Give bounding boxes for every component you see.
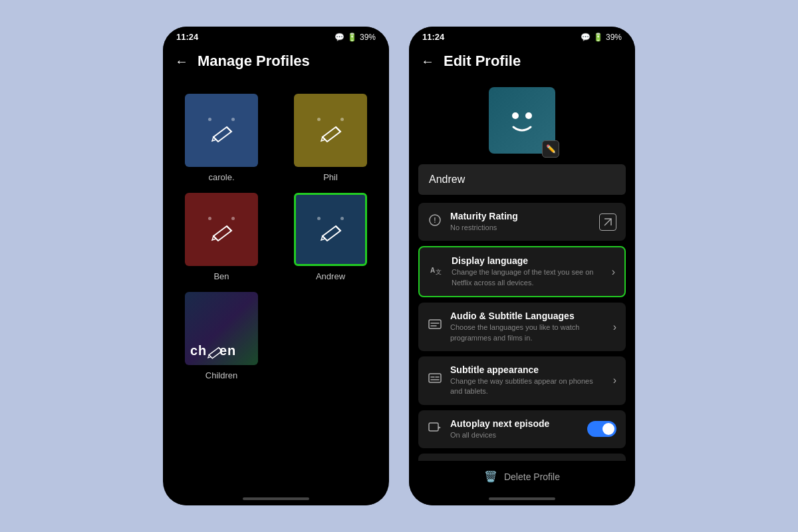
profile-name-phil: Phil [323, 172, 338, 182]
home-indicator-2 [489, 497, 555, 500]
delete-profile-bar[interactable]: 🗑️ Delete Profile [409, 461, 635, 492]
autoplay-next-title: Autoplay next episode [450, 418, 579, 429]
subtitle-appearance-icon [428, 373, 442, 388]
profile-name-andrew: Andrew [316, 271, 345, 281]
bottom-bar-2 [409, 492, 635, 505]
settings-item-subtitle-appearance[interactable]: Subtitle appearance Change the way subti… [418, 356, 626, 405]
maturity-subtitle: No restrictions [450, 223, 591, 233]
pencil-badge-icon: ✏️ [546, 144, 556, 154]
edit-avatar[interactable]: ✏️ [489, 87, 555, 154]
svg-point-0 [512, 112, 519, 119]
audio-subtitle-icon [428, 319, 442, 334]
whatsapp-icon-2: 💬 [581, 33, 591, 42]
phone-edit-profile: 11:24 💬 🔋 39% ← Edit Profile ✏️ [409, 27, 635, 505]
settings-item-display-language[interactable]: A 文 Display language Change the language… [418, 246, 626, 297]
autoplay-next-subtitle: On all devices [450, 430, 579, 440]
audio-subtitle-title: Audio & Subtitle Languages [450, 311, 605, 321]
edit-profile-title: Edit Profile [444, 53, 521, 70]
profile-avatar-andrew [294, 193, 367, 266]
bottom-bar-1 [163, 492, 389, 505]
manage-profiles-title: Manage Profiles [198, 53, 310, 70]
profile-item-ben[interactable]: Ben [185, 193, 258, 281]
svg-text:文: 文 [436, 269, 442, 275]
settings-item-maturity[interactable]: ! Maturity Rating No restrictions [418, 203, 626, 241]
display-language-icon: A 文 [429, 263, 444, 280]
battery-icon: 🔋 [347, 33, 357, 42]
edit-profile-content: ✏️ ! Maturity Rating No restrictions [409, 80, 635, 461]
pencil-svg-phil [317, 124, 344, 144]
settings-item-autoplay-previews[interactable]: Autoplay previews [418, 454, 626, 461]
profiles-content: carole. [163, 80, 389, 492]
status-time-2: 11:24 [422, 32, 444, 42]
pencil-svg-carole [208, 124, 235, 144]
autoplay-next-toggle[interactable] [587, 421, 616, 437]
subtitle-appearance-text: Subtitle appearance Change the way subti… [450, 364, 605, 397]
back-button-2[interactable]: ← [421, 54, 434, 69]
delete-icon: 🗑️ [484, 470, 497, 483]
svg-rect-7 [429, 374, 441, 382]
subtitle-appearance-subtitle: Change the way subtitles appear on phone… [450, 376, 605, 397]
svg-rect-8 [429, 423, 438, 431]
back-button-1[interactable]: ← [175, 54, 188, 69]
status-icons-1: 💬 🔋 39% [334, 33, 376, 42]
subtitle-appearance-title: Subtitle appearance [450, 364, 605, 375]
profile-avatar-children: ch en [185, 292, 258, 365]
delete-profile-label: Delete Profile [504, 471, 560, 482]
settings-item-autoplay-next[interactable]: Autoplay next episode On all devices [418, 410, 626, 448]
profiles-grid: carole. [174, 94, 378, 380]
pencil-svg-ben [208, 223, 235, 243]
status-time-1: 11:24 [176, 32, 198, 42]
profile-name-input[interactable] [418, 164, 626, 195]
display-language-subtitle: Change the language of the text you see … [452, 267, 604, 288]
battery-icon-2: 🔋 [593, 33, 603, 42]
svg-text:A: A [430, 267, 435, 274]
children-text-2: en [219, 343, 236, 358]
autoplay-next-text: Autoplay next episode On all devices [450, 418, 579, 440]
home-indicator-1 [243, 497, 309, 500]
status-icons-2: 💬 🔋 39% [581, 33, 622, 42]
maturity-icon: ! [428, 213, 442, 230]
avatar-section: ✏️ [418, 87, 626, 154]
autoplay-next-icon [428, 422, 442, 437]
edit-profile-header: ← Edit Profile [409, 45, 635, 80]
battery-percent-1: 39% [360, 33, 376, 42]
profile-name-children: Children [205, 370, 237, 380]
profile-avatar-phil [294, 94, 367, 167]
profile-item-phil[interactable]: Phil [294, 94, 367, 182]
profile-avatar-carole [185, 94, 258, 167]
pencil-svg-andrew [317, 223, 344, 243]
profile-item-carole[interactable]: carole. [185, 94, 258, 182]
svg-text:!: ! [434, 217, 436, 224]
maturity-text: Maturity Rating No restrictions [450, 211, 591, 233]
svg-rect-6 [429, 320, 441, 329]
audio-subtitle-subtitle: Choose the languages you like to watch p… [450, 323, 605, 343]
manage-profiles-header: ← Manage Profiles [163, 45, 389, 80]
settings-list: ! Maturity Rating No restrictions [418, 203, 626, 461]
status-bar-2: 11:24 💬 🔋 39% [409, 27, 635, 45]
subtitle-appearance-chevron: › [613, 374, 616, 386]
audio-subtitle-text: Audio & Subtitle Languages Choose the la… [450, 311, 605, 343]
smiley-face-icon [499, 97, 545, 144]
profile-name-carole: carole. [208, 172, 234, 182]
profile-item-children[interactable]: ch en Children [185, 292, 258, 380]
whatsapp-icon: 💬 [334, 33, 344, 42]
display-language-text: Display language Change the language of … [452, 255, 604, 288]
phone-manage-profiles: 11:24 💬 🔋 39% ← Manage Profiles [163, 27, 389, 505]
svg-point-1 [525, 112, 532, 119]
settings-item-audio-subtitle[interactable]: Audio & Subtitle Languages Choose the la… [418, 303, 626, 351]
status-bar-1: 11:24 💬 🔋 39% [163, 27, 389, 45]
profile-avatar-ben [185, 193, 258, 266]
profile-name-ben: Ben [213, 271, 229, 281]
maturity-title: Maturity Rating [450, 211, 591, 221]
audio-subtitle-chevron: › [613, 321, 616, 333]
battery-percent-2: 39% [606, 33, 622, 42]
profile-item-andrew[interactable]: Andrew [294, 193, 367, 281]
edit-avatar-pencil-badge[interactable]: ✏️ [542, 140, 559, 158]
display-language-title: Display language [452, 255, 604, 266]
maturity-action-icon [599, 213, 616, 231]
display-language-chevron: › [612, 266, 615, 278]
